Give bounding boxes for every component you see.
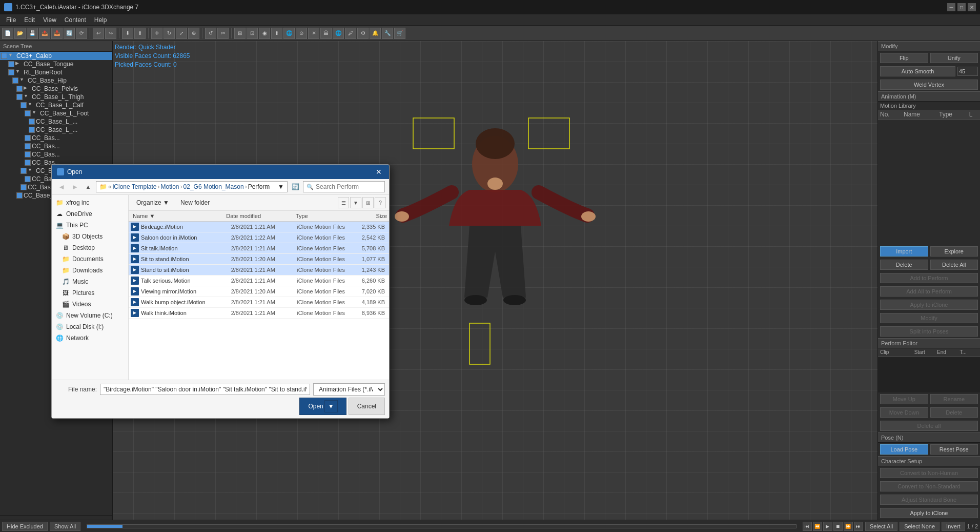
file-row[interactable]: Walk bump object.iMotion 2/8/2021 1:21 A… (129, 297, 389, 308)
move-tool[interactable]: ✛ (151, 28, 162, 39)
tree-node-lfoo2[interactable]: CC_Base_L_... (0, 126, 112, 134)
tool19[interactable]: ⊡ (247, 28, 258, 39)
tree-checkbox-hip[interactable] (12, 77, 18, 84)
save-tool[interactable]: 💾 (27, 28, 38, 39)
hide-excluded-button[interactable]: Hide Excluded (2, 522, 48, 531)
sidebar-videos[interactable]: 🎬 Videos (52, 299, 128, 310)
sidebar-xfrog[interactable]: 📁 xfrog inc (52, 197, 128, 208)
tree-node-bas1[interactable]: CC_Bas... (0, 134, 112, 142)
file-row[interactable]: Birdcage.iMotion 2/8/2021 1:21 AM iClone… (129, 222, 389, 232)
file-row[interactable]: Sit talk.iMotion 2/8/2021 1:21 AM iClone… (129, 243, 389, 254)
dialog-forward-button[interactable]: ▶ (69, 181, 80, 192)
tree-checkbox-lcalf[interactable] (21, 102, 27, 108)
menu-content[interactable]: Content (60, 15, 90, 25)
breadcrumb-mason[interactable]: 02_G6 Motion_Mason (183, 183, 244, 190)
tool11[interactable]: ⬆ (134, 28, 146, 39)
tree-checkbox-pelvis[interactable] (16, 86, 23, 92)
tool27[interactable]: 🖊 (345, 28, 356, 39)
dialog-back-button[interactable]: ◀ (56, 181, 67, 192)
sidebar-downloads[interactable]: 📁 Downloads (52, 265, 128, 276)
play-button[interactable]: ▶ (823, 522, 832, 531)
apply-to-iclone2-button[interactable]: Apply to iClone (880, 508, 978, 518)
sidebar-localdisk[interactable]: 💿 Local Disk (I:) (52, 321, 128, 332)
rotate-tool[interactable]: ↻ (164, 28, 175, 39)
move-down-button[interactable]: Move Down (880, 407, 928, 418)
timeline-bar[interactable] (87, 524, 797, 528)
sidebar-music[interactable]: 🎵 Music (52, 276, 128, 287)
tree-checkbox-lcal2[interactable] (21, 168, 27, 174)
tree-checkbox-lthigh[interactable] (16, 94, 23, 100)
open-tool[interactable]: 📂 (14, 28, 26, 39)
select-all-button[interactable]: Select All (865, 522, 897, 531)
tree-checkbox-bas4[interactable] (25, 160, 31, 166)
tree-node-pelvis[interactable]: ▶ CC_Base_Pelvis (0, 85, 112, 93)
load-pose-button[interactable]: Load Pose (880, 444, 928, 455)
menu-help[interactable]: Help (90, 15, 111, 25)
select-none-button[interactable]: Select None (900, 522, 940, 531)
tree-checkbox-lbase5[interactable] (25, 176, 31, 182)
new-folder-button[interactable]: New folder (176, 197, 214, 208)
filename-input[interactable] (100, 384, 310, 395)
minimize-button[interactable]: ─ (947, 3, 955, 11)
tree-checkbox-bas1[interactable] (25, 135, 31, 141)
search-input[interactable] (316, 183, 381, 190)
maximize-button[interactable]: □ (957, 3, 966, 11)
play-prev-button[interactable]: ⏪ (813, 522, 822, 531)
tool16[interactable]: ↺ (205, 28, 216, 39)
auto-smooth-value[interactable] (957, 67, 978, 76)
delete-button[interactable]: Delete (880, 260, 928, 270)
auto-smooth-button[interactable]: Auto Smooth (880, 66, 955, 76)
tool5[interactable]: 📥 (51, 28, 63, 39)
cancel-button[interactable]: Cancel (349, 398, 385, 415)
tree-checkbox-tongue[interactable] (8, 61, 14, 67)
import-button[interactable]: Import (880, 246, 928, 257)
tool20[interactable]: ◉ (259, 28, 270, 39)
tree-checkbox-lfoo1[interactable] (29, 119, 35, 125)
tree-node-tongue[interactable]: ▶ CC_Base_Tongue (0, 60, 112, 68)
explore-button[interactable]: Explore (930, 246, 978, 257)
flip-button[interactable]: Flip (880, 53, 928, 63)
tool30[interactable]: 🔧 (382, 28, 393, 39)
invert-button[interactable]: Invert (942, 522, 965, 531)
open-button[interactable]: Open ▼ (299, 398, 346, 415)
convert-non-human-button[interactable]: Convert to Non-Human (880, 468, 978, 478)
view-list-button[interactable]: ☰ (338, 197, 349, 208)
file-row[interactable]: Walk think.iMotion 2/8/2021 1:21 AM iClo… (129, 308, 389, 319)
dialog-up-button[interactable]: ▲ (83, 181, 94, 192)
col-header-type[interactable]: Type (294, 212, 350, 220)
tree-node-bas2[interactable]: CC_Bas... (0, 142, 112, 150)
redo-tool[interactable]: ↪ (105, 28, 116, 39)
tree-checkbox-boneroot[interactable] (8, 69, 14, 75)
sidebar-onedrive[interactable]: ☁ OneDrive (52, 208, 128, 220)
play-end-button[interactable]: ⏭ (854, 522, 863, 531)
menu-edit[interactable]: Edit (20, 15, 39, 25)
tree-node-lfoo1[interactable]: CC_Base_L_... (0, 117, 112, 126)
view-grid-button[interactable]: ⊞ (362, 197, 374, 208)
sidebar-newvolume[interactable]: 💿 New Volume (C:) (52, 310, 128, 321)
add-all-to-perform-button[interactable]: Add All to Perform (880, 286, 978, 297)
file-row[interactable]: Viewing mirror.iMotion 2/8/2021 1:20 AM … (129, 286, 389, 297)
tool21[interactable]: ⬆ (271, 28, 282, 39)
breadcrumb-iclone[interactable]: iClone Template (113, 183, 157, 190)
reset-pose-button[interactable]: Reset Pose (930, 444, 978, 455)
file-row[interactable]: Talk serious.iMotion 2/8/2021 1:21 AM iC… (129, 275, 389, 286)
tool28[interactable]: ⚙ (357, 28, 369, 39)
sidebar-pictures[interactable]: 🖼 Pictures (52, 287, 128, 299)
tree-checkbox-bas2[interactable] (25, 143, 31, 149)
tool7[interactable]: ⟳ (76, 28, 87, 39)
col-header-date[interactable]: Date modified (224, 212, 294, 220)
tree-node-bas3[interactable]: CC_Bas... (0, 150, 112, 159)
tool29[interactable]: 🔔 (370, 28, 381, 39)
tool4[interactable]: 📤 (39, 28, 50, 39)
sidebar-desktop[interactable]: 🖥 Desktop (52, 242, 128, 253)
file-row[interactable]: Sit to stand.iMotion 2/8/2021 1:20 AM iC… (129, 254, 389, 265)
tool23[interactable]: ⊙ (296, 28, 307, 39)
tool25[interactable]: 🏛 (320, 28, 332, 39)
tree-checkbox-bas3[interactable] (25, 151, 31, 157)
rename-button[interactable]: Rename (930, 394, 978, 404)
add-to-perform-button[interactable]: Add to Perform (880, 273, 978, 283)
tree-checkbox-root[interactable] (1, 53, 7, 59)
tool31[interactable]: 🛒 (394, 28, 405, 39)
file-row[interactable]: Stand to sit.iMotion 2/8/2021 1:21 AM iC… (129, 265, 389, 275)
tool6[interactable]: 🔄 (64, 28, 75, 39)
